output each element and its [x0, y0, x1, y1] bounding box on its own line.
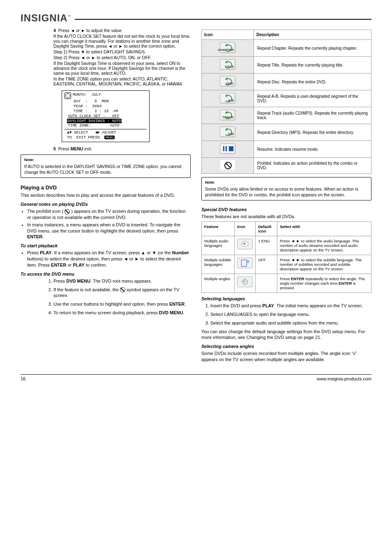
- note-label: Note:: [24, 157, 187, 163]
- table-row: Multiple subtitle languages OFF Press ◄ …: [202, 255, 371, 274]
- heading-camera-angles: Selecting camera angles: [201, 344, 371, 349]
- resume-icon: [220, 143, 235, 154]
- osd-row-autoclock: AUTO CLOCK SET : OFF: [65, 114, 147, 119]
- table-row: Prohibit. Indicates an action prohibited…: [202, 158, 371, 174]
- feat-angle-select: Press ENTER repeatedly to select the ang…: [277, 274, 371, 293]
- heading-start-playback: To start playback: [21, 243, 191, 248]
- prohibit-icon: [65, 209, 70, 214]
- desc-repeat-ab: Repeat A-B. Repeats a user-designated se…: [254, 90, 371, 107]
- table-row: DIR Repeat Directory (MP3). Repeats the …: [202, 124, 371, 141]
- note-box-2: Note: Some DVDs only allow limited or no…: [201, 177, 371, 200]
- feat-audio-default: 1 ENG: [256, 236, 277, 255]
- step-4-text: Press ◄ or ► to adjust the value.: [58, 28, 123, 33]
- step-4-sub-3: If the Daylight Savings Time is observed…: [53, 61, 191, 76]
- table-row: CHAPTER Repeat Chapter. Repeats the curr…: [202, 40, 371, 57]
- clock-osd-diagram: MONTH: JULY DAY : 5 MON YEAR : 2004 TIME…: [62, 90, 150, 142]
- heading-dvd-menu: To access the DVD menu: [21, 272, 191, 276]
- note-box-1: Note: If AUTO is selected in the DAYLIGH…: [21, 154, 191, 178]
- feat-col-default: Default icon: [256, 222, 277, 236]
- desc-repeat-chapter: Repeat Chapter. Repeats the currently pl…: [254, 40, 371, 57]
- heading-selecting-languages: Selecting languages: [201, 296, 371, 301]
- desc-repeat-disc: Repeat Disc. Repeats the entire DVD.: [254, 74, 371, 90]
- desc-repeat-track: Repeat Track (audio CD/MP3). Repeats the…: [254, 107, 371, 124]
- feat-audio-label: Multiple audio languages: [202, 236, 235, 255]
- step-5-text: Press MENU exit.: [58, 146, 92, 151]
- lang-step-2: Select LANGUAGES to open the language me…: [210, 311, 371, 318]
- repeat-chapter-icon: CHAPTER: [220, 42, 235, 53]
- playing-intro: This section describes how to play and a…: [21, 192, 191, 198]
- repeat-title-icon: TITLE: [220, 59, 235, 70]
- page-footer: 16 www.insignia-products.com: [21, 374, 371, 381]
- clock-icon: [65, 92, 71, 99]
- subtitle-language-icon: [237, 258, 253, 268]
- feat-subtitle-label: Multiple subtitle languages: [202, 255, 235, 274]
- table-row: TRACK Repeat Track (audio CD/MP3). Repea…: [202, 107, 371, 124]
- feat-subtitle-select: Press ◄ ► to select the subtitle languag…: [277, 255, 371, 274]
- note-bullet-1: In many instances, a menu appears when a…: [27, 222, 191, 240]
- osd-row-daylight: DAYLIGHT SAVINGS : AUTO: [67, 119, 122, 123]
- desc-repeat-dir: Repeat Directory (MP3). Repeats the enti…: [254, 124, 371, 141]
- feat-subtitle-default: OFF: [256, 255, 277, 274]
- desc-resume: Resume. Indicates resume mode.: [254, 141, 371, 158]
- table-row: Resume. Indicates resume mode.: [202, 141, 371, 158]
- repeat-dir-icon: DIR: [220, 127, 235, 137]
- feature-table: Feature Icon Default icon Select with Mu…: [201, 221, 371, 293]
- footer-url: www.insignia-products.com: [317, 376, 371, 381]
- angles-text: Some DVDs include scenes recorded from m…: [201, 350, 371, 363]
- page-number: 16: [21, 376, 25, 381]
- prohibit-icon: [120, 287, 125, 292]
- lang-step-1: Insert the DVD and press PLAY. The initi…: [210, 303, 371, 309]
- osd-row-day: DAY : 5 MON: [65, 99, 147, 104]
- step-4-block: 4 Press ◄ or ► to adjust the value. If t…: [21, 28, 191, 86]
- step-4-sub-4: In the TIME ZONE option you can select: …: [53, 76, 191, 86]
- step-4-sub-1: Step 1) Press ▼ to select DAYLIGHT SAVIN…: [53, 49, 146, 54]
- dvdmenu-step-1: Press DVD MENU. The DVD root menu appear…: [53, 278, 191, 284]
- right-column: Icon Description CHAPTER Repeat Chapter.…: [201, 27, 371, 364]
- dvdmenu-step-4: To return to the menu screen during play…: [53, 310, 191, 316]
- osd-row-month: MONTH: JULY: [73, 92, 101, 97]
- lang-note: You can also change the default language…: [201, 329, 371, 341]
- icon-description-table: Icon Description CHAPTER Repeat Chapter.…: [201, 30, 371, 174]
- dvdmenu-step-3: Use the cursor buttons to highlight and …: [53, 301, 191, 307]
- camera-angle-icon: [237, 276, 253, 287]
- heading-general-notes: General notes on playing DVDs: [21, 202, 191, 207]
- note-text: If AUTO is selected in the DAYLIGHT SAVI…: [24, 164, 187, 175]
- step-4-sub-0: If the AUTO CLOCK SET feature did not se…: [53, 34, 191, 48]
- page-header: INSIGNIA™: [21, 12, 371, 24]
- feat-col-select: Select with: [277, 222, 371, 236]
- feat-angle-label: Multiple angles: [202, 274, 235, 293]
- table-row: TITLE Repeat Title. Repeats the currentl…: [202, 57, 371, 74]
- feat-audio-select: Press ◄ ► to select the audio language. …: [277, 236, 371, 255]
- table-row: DISC Repeat Disc. Repeats the entire DVD…: [202, 74, 371, 90]
- feat-angle-default: [256, 274, 277, 293]
- desc-prohibit: Prohibit. Indicates an action prohibited…: [254, 158, 371, 174]
- note-label-2: Note:: [205, 180, 368, 185]
- osd-footer-adjust: ◄► ADJUST: [95, 130, 116, 135]
- note-text-2: Some DVDs only allow limited or no acces…: [205, 186, 368, 198]
- note-bullet-0: The prohibit icon ( ) appears on the TV …: [27, 208, 191, 221]
- lang-step-3: Select the appropriate audio and subtitl…: [210, 320, 371, 326]
- dvdmenu-step-2: If the feature is not available, the sym…: [53, 287, 191, 299]
- desc-repeat-title: Repeat Title. Repeats the currently play…: [254, 57, 371, 74]
- step-4-sub-2: Step 2) Press ◄ or ► to select AUTO, ON,…: [53, 55, 151, 60]
- start-bullet-0: Press PLAY. If a menu appears on the TV …: [27, 250, 191, 268]
- heading-special-features: Special DVD features: [201, 207, 371, 212]
- header-rule: [75, 19, 371, 20]
- feat-col-icon: Icon: [235, 222, 256, 236]
- repeat-disc-icon: DISC: [220, 76, 235, 87]
- trademark: ™: [68, 15, 71, 18]
- audio-language-icon: [237, 239, 253, 249]
- osd-row-timezone: TIME ZONE: AUTO: [65, 123, 147, 128]
- osd-footer-select: ▲▼ SELECT: [67, 130, 88, 135]
- table-row: Multiple audio languages 1 ENG Press ◄ ►…: [202, 236, 371, 255]
- brand-logo: INSIGNIA™: [21, 12, 71, 24]
- col-icon: Icon: [202, 30, 254, 40]
- features-intro: These features are not available with al…: [201, 214, 371, 220]
- repeat-ab-icon: A-B: [220, 93, 235, 104]
- osd-row-year: YEAR : 2004: [65, 104, 147, 109]
- repeat-track-icon: TRACK: [220, 110, 235, 120]
- table-row: A-B Repeat A-B. Repeats a user-designate…: [202, 90, 371, 107]
- col-desc: Description: [254, 30, 371, 40]
- osd-footer-exit: TO EXIT PRESS MENU: [67, 135, 115, 140]
- heading-playing-dvd: Playing a DVD: [21, 184, 191, 191]
